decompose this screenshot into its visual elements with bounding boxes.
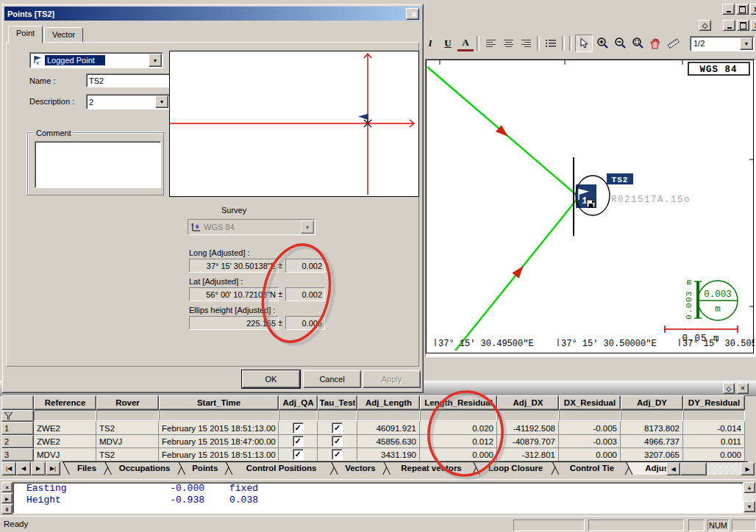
column-header[interactable]: Rover — [96, 395, 159, 410]
table-cell-length_residual[interactable]: 0.000 — [420, 448, 497, 461]
filter-cell[interactable] — [621, 410, 683, 421]
sheet-tab-points[interactable]: Points — [178, 461, 232, 475]
scrollbar-thumb[interactable] — [680, 462, 707, 475]
checkbox-checked[interactable]: ✓ — [332, 436, 343, 447]
cancel-button[interactable]: Cancel — [303, 370, 361, 388]
table-cell-rover[interactable]: TS2 — [96, 422, 159, 435]
table-cell-tau_test[interactable]: ✓ — [318, 448, 357, 461]
table-cell-adj_length[interactable]: 46091.921 — [357, 422, 420, 435]
filter-cell[interactable] — [357, 410, 420, 421]
chevron-down-icon[interactable]: ▼ — [740, 37, 753, 50]
table-cell-dx_residual[interactable]: 0.000 — [559, 448, 621, 461]
zoom-in-button[interactable] — [594, 35, 610, 51]
checkbox-checked[interactable]: ✓ — [332, 449, 343, 460]
sheet-tab-control-tie[interactable]: Control Tie — [552, 461, 632, 475]
last-tab-button[interactable]: ▶| — [46, 461, 60, 475]
column-header[interactable]: Adj_DX — [497, 395, 559, 410]
filter-cell[interactable] — [279, 410, 318, 421]
child-close-button[interactable]: × — [751, 20, 756, 31]
table-close-button[interactable]: × — [737, 383, 749, 394]
filter-cell[interactable] — [420, 410, 497, 421]
scrollbar-track[interactable] — [707, 463, 741, 475]
table-cell-adj_qa[interactable]: ✓ — [279, 422, 318, 435]
ok-button[interactable]: OK — [242, 370, 300, 388]
table-cell-tau_test[interactable]: ✓ — [318, 435, 357, 448]
filter-cell[interactable] — [497, 410, 559, 421]
font-color-button[interactable]: A — [457, 37, 474, 51]
column-header[interactable]: Adj_QA — [279, 395, 318, 410]
output-scrollbar[interactable]: ▲ ▼ — [743, 482, 755, 512]
column-header[interactable]: Length_Residual — [420, 395, 497, 410]
row-header[interactable]: 1 — [1, 422, 34, 435]
column-header[interactable]: Tau_Test — [318, 395, 357, 410]
table-cell-reference[interactable]: ZWE2 — [34, 422, 96, 435]
column-header[interactable]: Reference — [34, 395, 96, 410]
dialog-close-button[interactable]: × — [406, 8, 419, 20]
table-cell-adj_dy[interactable]: 8173.802 — [621, 422, 683, 435]
prev-tab-button[interactable]: ◀ — [16, 461, 31, 475]
pan-tool-button[interactable] — [647, 35, 663, 51]
align-center-button[interactable] — [500, 35, 516, 51]
align-left-button[interactable] — [482, 35, 499, 51]
output-close-button[interactable]: × — [1, 482, 13, 492]
table-cell-dy_residual[interactable]: 0.011 — [683, 435, 745, 448]
checkbox-checked[interactable]: ✓ — [293, 423, 304, 434]
scroll-up-button[interactable]: ▲ — [743, 482, 755, 493]
chevron-down-icon[interactable]: ▼ — [149, 54, 162, 67]
underline-button[interactable]: U — [440, 35, 456, 51]
table-cell-adj_dx[interactable]: -40879.707 — [497, 435, 559, 448]
dialog-titlebar[interactable]: Points [TS2] × — [4, 7, 421, 21]
filter-cell[interactable] — [34, 410, 96, 421]
zoom-window-button[interactable] — [630, 35, 646, 51]
zoom-scale-combobox[interactable]: 1/2 ▼ — [690, 36, 755, 51]
measure-tool-button[interactable] — [665, 35, 681, 51]
comment-input[interactable] — [35, 141, 161, 188]
list-button[interactable] — [543, 35, 559, 51]
table-cell-adj_length[interactable]: 45856.630 — [357, 435, 420, 448]
name-input[interactable]: TS2 — [86, 73, 170, 87]
table-cell-dx_residual[interactable]: -0.003 — [559, 435, 621, 448]
row-header[interactable]: 3 — [1, 448, 34, 461]
description-combobox[interactable]: 2 ▼ — [86, 94, 170, 109]
child-restore-button[interactable] — [737, 20, 749, 31]
table-cell-dx_residual[interactable]: -0.005 — [559, 422, 621, 435]
table-cell-start_time[interactable]: February 15 2015 18:51:13.00 — [159, 448, 279, 461]
table-cell-rover[interactable]: TS2 — [96, 448, 159, 461]
scroll-left-button[interactable]: ◀ — [666, 462, 680, 475]
table-cell-adj_qa[interactable]: ✓ — [279, 448, 318, 461]
tab-point[interactable]: Point — [8, 26, 43, 44]
filter-row-header[interactable] — [1, 410, 34, 422]
table-cell-dy_residual[interactable]: 0.000 — [683, 448, 745, 461]
column-header[interactable]: Adj_DY — [621, 395, 683, 410]
scroll-right-button[interactable]: ▶ — [741, 462, 755, 475]
table-cell-adj_dx[interactable]: -312.801 — [497, 448, 559, 461]
table-cell-adj_qa[interactable]: ✓ — [279, 435, 318, 448]
table-cell-adj_dy[interactable]: 4966.737 — [621, 435, 683, 448]
table-cell-dy_residual[interactable]: -0.014 — [683, 422, 745, 435]
minimize-button[interactable] — [722, 4, 735, 15]
table-cell-length_residual[interactable]: 0.020 — [420, 422, 497, 435]
filter-cell[interactable] — [559, 410, 621, 421]
apply-button[interactable]: Apply — [363, 370, 421, 388]
close-button[interactable]: × — [750, 4, 756, 15]
table-cell-tau_test[interactable]: ✓ — [318, 422, 357, 435]
scroll-down-button[interactable]: ▼ — [743, 501, 755, 512]
tabstrip-scrollbar[interactable]: ◀ ▶ — [666, 462, 755, 475]
table-cell-reference[interactable]: ZWE2 — [34, 435, 96, 448]
checkbox-checked[interactable]: ✓ — [332, 423, 343, 434]
table-cell-start_time[interactable]: February 15 2015 18:47:00.00 — [159, 435, 279, 448]
table-pin-button[interactable]: ◇ — [723, 383, 735, 394]
filter-cell[interactable] — [318, 410, 357, 421]
first-tab-button[interactable]: |◀ — [1, 461, 16, 475]
select-tool-button[interactable] — [575, 35, 593, 52]
checkbox-checked[interactable]: ✓ — [293, 436, 304, 447]
next-tab-button[interactable]: ▶ — [31, 461, 46, 475]
sheet-tab-loop-closure[interactable]: Loop Closure — [473, 461, 558, 475]
filter-cell[interactable] — [683, 410, 745, 421]
table-cell-rover[interactable]: MDVJ — [96, 435, 159, 448]
pin-button[interactable]: ◇ — [699, 20, 711, 31]
table-cell-length_residual[interactable]: 0.012 — [420, 435, 497, 448]
column-header[interactable]: DX_Residual — [559, 395, 621, 410]
restore-button[interactable] — [736, 4, 749, 15]
checkbox-checked[interactable]: ✓ — [293, 449, 304, 460]
